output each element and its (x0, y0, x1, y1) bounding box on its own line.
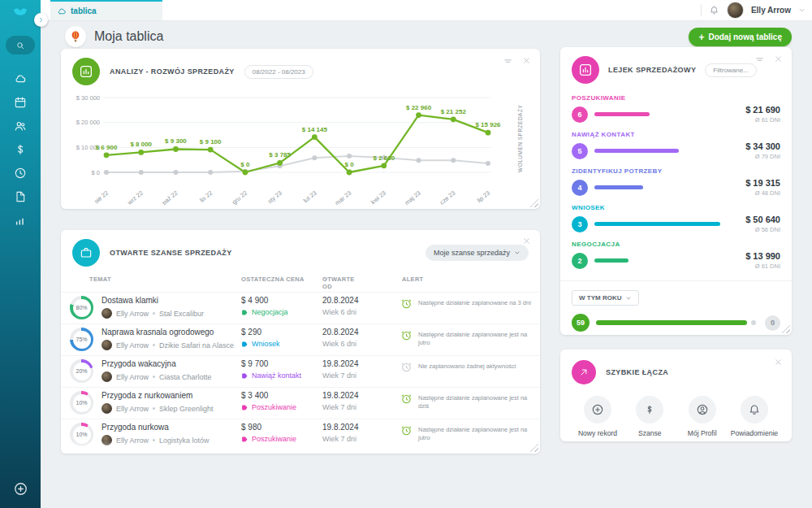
deal-row[interactable]: 10%Przygoda z nurkowaniemElly ArrowSklep… (61, 387, 540, 419)
sidebar-item-dollar-icon[interactable] (10, 143, 31, 156)
add-board-button[interactable]: + Dodaj nową tablicę (689, 28, 792, 46)
alarm-clock-icon (400, 424, 412, 436)
deal-row[interactable]: 20%Survival courseElly Arrow$ 1 20019.8.… (61, 450, 540, 454)
svg-text:mar 23: mar 23 (334, 189, 353, 205)
plus-circle-icon (13, 481, 28, 497)
funnel-stage[interactable]: ZIDENTYFIKUJ POTRZEBY4$ 19 315Ø 48 DNI (572, 167, 780, 197)
search-button[interactable] (6, 36, 35, 54)
quick-link-user-circle[interactable]: Mój Profil (676, 396, 728, 437)
deal-title: Przygoda wakacyjna (102, 359, 176, 368)
probability-ring: 20% (70, 359, 93, 383)
funnel-close-icon[interactable] (774, 54, 783, 65)
deals-close-icon[interactable] (522, 237, 531, 245)
deal-alert-text: Następne działanie zaplanowane na 3 dni (418, 297, 531, 307)
funnel-stage[interactable]: WNIOSEK3$ 50 640Ø 56 DNI (572, 204, 780, 233)
owner-avatar (102, 371, 112, 382)
deal-alert-text: Następne działanie zaplanowane jest na j… (418, 329, 533, 347)
quick-link-bell[interactable]: Powiadomienie (728, 396, 780, 437)
sidebar-item-users-icon[interactable] (10, 119, 31, 132)
bell-icon (748, 403, 761, 416)
stage-bar (594, 180, 722, 196)
funnel-stage[interactable]: NEGOCJACJA2$ 13 990Ø 61 DNI (572, 241, 780, 270)
funnel-filter-icon[interactable] (754, 54, 765, 65)
analytics-icon (72, 58, 100, 85)
deal-row[interactable]: 20%Przygoda wakacyjnaElly ArrowCiasta Ch… (61, 355, 540, 387)
stage-tag-icon (241, 341, 248, 348)
quick-link-dollar-text[interactable]: Szanse (624, 396, 676, 437)
svg-text:$ 0: $ 0 (345, 161, 355, 168)
chart-filter-icon[interactable] (503, 56, 513, 67)
user-menu-chevron-down-icon[interactable] (798, 7, 806, 14)
stage-label: POSZUKIWANIE (572, 94, 780, 102)
funnel-stage[interactable]: NAWIĄŻ KONTAKT5$ 34 300Ø 79 DNI (572, 131, 780, 160)
stage-count-badge: 6 (572, 106, 588, 123)
lost-count-badge: 0 (765, 315, 780, 331)
stage-avg-days: Ø 48 DNI (722, 189, 780, 197)
deal-row[interactable]: 80%Dostawa klamkiElly ArrowStal Excalibu… (61, 292, 540, 323)
deal-title: Dostawa klamki (102, 296, 158, 305)
quick-link-plus-circle[interactable]: Nowy rekord (572, 396, 624, 437)
deal-price: $ 3 400 (241, 391, 268, 400)
col-alert[interactable]: ALERT (402, 276, 424, 283)
chart-close-icon[interactable] (522, 56, 531, 67)
notifications-bell-icon[interactable] (709, 5, 719, 15)
sidebar-item-clock-icon[interactable] (10, 167, 31, 180)
briefcase-glyph-icon (80, 246, 93, 259)
deal-open-date: 19.8.2024 (322, 423, 359, 432)
col-cena[interactable]: OSTATECZNA CENA (241, 276, 304, 283)
funnel-card-title: LEJEK SPRZEDAŻOWY (608, 66, 696, 74)
stage-label: NAWIĄŻ KONTAKT (572, 131, 780, 138)
svg-text:$ 2 680: $ 2 680 (373, 154, 395, 162)
board-balloon-icon (65, 26, 86, 47)
funnel-filter-pill[interactable]: Filtrowane... (705, 63, 757, 77)
tab-tablica[interactable]: tablica (50, 0, 162, 20)
deal-age: Wiek 6 dni (322, 308, 356, 316)
svg-text:lip 23: lip 23 (476, 189, 492, 204)
deal-age: Wiek 7 dni (322, 403, 356, 411)
quick-links-close-icon[interactable] (774, 358, 783, 367)
sidebar-collapse-button[interactable] (34, 13, 48, 27)
dollar-text-icon (643, 403, 656, 416)
chevron-down-icon (625, 295, 632, 302)
deal-row[interactable]: 75%Naprawa krasnala ogrodowegoElly Arrow… (61, 323, 540, 355)
alarm-clock-icon (400, 329, 412, 341)
deal-owner: Elly Arrow (116, 436, 149, 445)
deal-alert-text: Następne działanie zaplanowane jest na j… (418, 424, 533, 442)
svg-text:maj 23: maj 23 (404, 189, 422, 205)
svg-text:sie 22: sie 22 (93, 189, 110, 205)
alarm-clock-icon (400, 361, 412, 373)
deals-filter-dropdown[interactable]: Moje szanse sprzedaży (425, 245, 529, 261)
svg-text:gru 22: gru 22 (231, 189, 248, 205)
deal-row[interactable]: 10%Przygoda nurkowaElly ArrowLogistyka l… (61, 419, 540, 450)
deal-stage: Nawiąż kontakt (252, 371, 301, 380)
deal-stage: Wniosek (252, 340, 280, 348)
stage-amount: $ 13 990 (722, 251, 780, 261)
stage-bar (594, 106, 722, 123)
arrow-glyph-icon (578, 367, 590, 378)
probability-ring: 10% (70, 391, 93, 415)
table-column-headers: TEMAT OSTATECZNA CENA OTWARTE OD ALERT (61, 276, 540, 289)
deal-owner: Elly Arrow (116, 373, 149, 381)
stage-avg-days: Ø 79 DNI (722, 153, 780, 160)
sidebar-item-bar-chart-icon[interactable] (10, 214, 31, 227)
chart-period-pill[interactable]: 08/2022 - 08/2023 (244, 65, 313, 79)
chevron-right-icon (37, 16, 45, 24)
svg-text:lut 23: lut 23 (302, 189, 318, 205)
sidebar-add-button[interactable] (0, 481, 41, 497)
sidebar-item-document-icon[interactable] (10, 190, 31, 203)
funnel-stage[interactable]: POSZUKIWANIE6$ 21 690Ø 61 DNI (572, 94, 780, 124)
deal-title: Przygoda nurkowa (102, 423, 169, 432)
user-avatar[interactable] (727, 2, 744, 19)
deal-alert-text: Następne działanie zaplanowane jest na d… (418, 393, 533, 410)
deal-price: $ 980 (241, 423, 261, 432)
plus-icon: + (698, 32, 704, 43)
period-dropdown[interactable]: W TYM ROKU (572, 290, 639, 306)
sidebar-item-cloud-icon[interactable] (10, 72, 31, 85)
sidebar-item-calendar-icon[interactable] (10, 96, 31, 109)
stage-count-badge: 3 (572, 216, 588, 232)
deal-stage: Poszukiwanie (252, 403, 296, 411)
svg-text:$ 3 785: $ 3 785 (269, 151, 291, 158)
probability-ring: 75% (70, 328, 93, 351)
chevron-down-icon (514, 250, 520, 256)
col-temat[interactable]: TEMAT (89, 276, 111, 283)
